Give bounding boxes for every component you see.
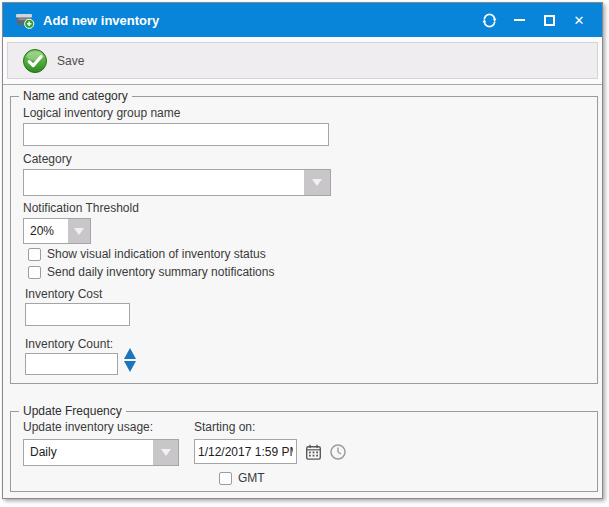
- chevron-down-icon: [312, 179, 322, 186]
- visual-indication-label: Show visual indication of inventory stat…: [47, 247, 266, 261]
- category-label: Category: [23, 152, 72, 166]
- category-combobox[interactable]: [23, 169, 331, 196]
- toolbar-panel: Save: [7, 42, 598, 79]
- group-name-input[interactable]: [23, 123, 329, 146]
- group-name-and-category: Name and category Logical inventory grou…: [10, 96, 598, 384]
- starting-on-label: Starting on:: [194, 420, 255, 434]
- daily-summary-checkbox-row: Send daily inventory summary notificatio…: [28, 265, 274, 279]
- visual-indication-checkbox[interactable]: [28, 248, 41, 261]
- toolbar: Save: [3, 37, 602, 85]
- threshold-combobox-value: 20%: [24, 219, 68, 243]
- green-check-circle-icon: [22, 48, 48, 74]
- content-area: Name and category Logical inventory grou…: [3, 85, 602, 498]
- chevron-down-icon: [74, 228, 84, 235]
- maximize-button[interactable]: [534, 7, 564, 33]
- visual-indication-checkbox-row: Show visual indication of inventory stat…: [28, 247, 266, 261]
- category-combobox-value: [24, 170, 304, 195]
- group-update-frequency: Update Frequency Update inventory usage:…: [10, 411, 598, 492]
- window-title: Add new inventory: [43, 13, 474, 28]
- daily-summary-checkbox[interactable]: [28, 266, 41, 279]
- inventory-count-input[interactable]: [25, 353, 118, 375]
- threshold-combobox[interactable]: 20%: [23, 218, 91, 244]
- dialog-window: Add new inventory ✕: [2, 2, 603, 499]
- inventory-count-label: Inventory Count:: [25, 337, 113, 351]
- refresh-button[interactable]: [474, 7, 504, 33]
- count-spinner[interactable]: [124, 348, 136, 372]
- usage-combobox-value: Daily: [24, 440, 153, 465]
- group-name-and-category-legend: Name and category: [19, 89, 132, 104]
- minimize-icon: [514, 19, 525, 21]
- spinner-down-icon[interactable]: [124, 361, 136, 372]
- gmt-checkbox-row: GMT: [219, 471, 265, 485]
- maximize-icon: [544, 15, 555, 26]
- threshold-label: Notification Threshold: [23, 201, 139, 215]
- group-name-label: Logical inventory group name: [23, 106, 180, 120]
- save-button-label: Save: [57, 54, 84, 68]
- calendar-picker-button[interactable]: [303, 442, 323, 462]
- daily-summary-label: Send daily inventory summary notificatio…: [47, 265, 274, 279]
- group-update-frequency-legend: Update Frequency: [19, 404, 126, 419]
- inventory-cost-input[interactable]: [25, 303, 130, 326]
- calendar-icon: [305, 444, 322, 461]
- titlebar: Add new inventory ✕: [3, 3, 602, 37]
- usage-label: Update inventory usage:: [23, 420, 153, 434]
- spinner-up-icon[interactable]: [124, 348, 136, 359]
- usage-dropdown-button[interactable]: [153, 440, 178, 465]
- usage-combobox[interactable]: Daily: [23, 439, 179, 466]
- refresh-icon: [482, 13, 497, 28]
- minimize-button[interactable]: [504, 7, 534, 33]
- close-button[interactable]: ✕: [564, 7, 594, 33]
- category-dropdown-button[interactable]: [304, 170, 330, 195]
- close-icon: ✕: [574, 14, 585, 27]
- starting-on-input[interactable]: [194, 439, 297, 464]
- inventory-cost-label: Inventory Cost: [25, 287, 102, 301]
- save-button[interactable]: Save: [12, 44, 94, 77]
- inventory-add-icon: [15, 10, 35, 30]
- threshold-dropdown-button[interactable]: [68, 219, 90, 243]
- clock-icon: [329, 443, 347, 461]
- time-picker-button[interactable]: [328, 442, 348, 462]
- gmt-label: GMT: [238, 471, 265, 485]
- gmt-checkbox[interactable]: [219, 472, 232, 485]
- chevron-down-icon: [161, 449, 171, 456]
